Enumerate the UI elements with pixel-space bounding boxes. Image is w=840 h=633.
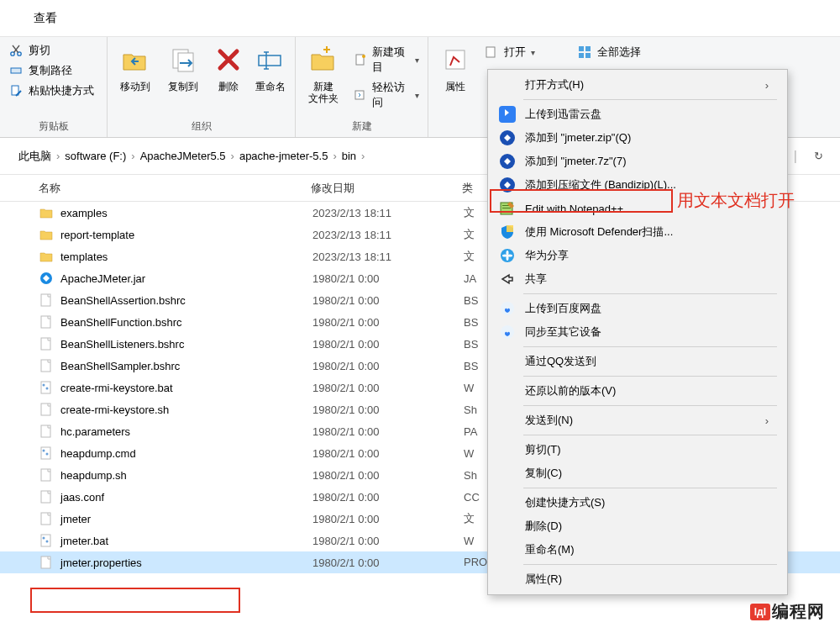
baidu-icon [498,323,517,341]
breadcrumb-item[interactable]: ApacheJMeter5.5 [140,150,226,162]
file-name: BeanShellFunction.bshrc [60,316,312,329]
blank-icon [498,411,517,430]
paste-shortcut-button[interactable]: 粘贴快捷方式 [7,82,96,99]
open-button[interactable]: 打开 ▾ [482,44,537,61]
cut-label: 剪切 [29,43,50,58]
ctx-item[interactable]: 还原以前的版本(V) [490,379,785,403]
open-icon [484,45,499,60]
tab-view[interactable]: 查看 [34,11,57,26]
easy-access-label: 轻松访问 [372,80,410,110]
ctx-item-label: 剪切(T) [525,442,769,457]
ctx-item[interactable]: 华为分享 [490,244,785,267]
breadcrumb-item[interactable]: software (F:) [65,150,126,162]
ctx-item[interactable]: 添加到 "jmeter.zip"(Q) [490,126,785,150]
properties-button[interactable]: 属性 [435,40,475,92]
file-icon [39,424,60,439]
notepad-icon [498,199,517,218]
col-name-header[interactable]: 名称 [0,181,311,196]
svg-rect-18 [585,46,591,51]
col-date-header[interactable]: 修改日期 [311,181,462,196]
ctx-item[interactable]: 添加到 "jmeter.7z"(7) [490,150,785,173]
file-icon [39,533,60,548]
copy-to-button[interactable]: 复制到 [162,40,203,92]
file-date: 1980/2/1 0:00 [312,360,464,372]
svg-rect-6 [259,55,281,66]
new-group-label: 新建 [302,116,421,134]
file-date: 1980/2/1 0:00 [312,272,464,285]
svg-rect-25 [41,360,50,372]
ctx-item[interactable]: 使用 Microsoft Defender扫描... [490,220,785,244]
open-label: 打开 [504,45,526,60]
ctx-item[interactable]: 上传到迅雷云盘 [490,103,785,126]
rename-button[interactable]: 重命名 [253,40,288,92]
file-name: report-template [60,229,312,241]
blank-icon [498,493,517,512]
ribbon-group-clipboard: 剪切 复制路径 粘贴快捷方式 剪贴板 [0,37,108,137]
svg-point-33 [46,453,49,456]
file-date: 2023/2/13 18:11 [312,229,464,241]
ctx-item-label: 共享 [525,272,769,287]
selection-highlight-box [30,588,240,613]
blank-icon [498,440,517,459]
ctx-item[interactable]: 删除(D) [490,514,785,538]
ctx-item-label: 属性(R) [525,572,769,587]
cut-button[interactable]: 剪切 [7,42,96,59]
paste-shortcut-label: 粘贴快捷方式 [29,83,94,98]
breadcrumb-item[interactable]: bin [342,150,356,162]
ctx-item-label: 删除(D) [525,519,769,534]
scissors-icon [8,43,24,58]
file-name: examples [60,207,312,219]
breadcrumb-item[interactable]: apache-jmeter-5.5 [239,150,328,162]
ctx-item-label: 还原以前的版本(V) [525,383,769,398]
file-name: heapdump.sh [60,469,312,482]
ctx-item[interactable]: 上传到百度网盘 [490,297,785,320]
ctx-item[interactable]: 同步至其它设备 [490,320,785,344]
clipboard-group-label: 剪贴板 [7,116,100,134]
ctx-item[interactable]: 复制(C) [490,462,785,485]
svg-rect-23 [41,316,50,328]
delete-button[interactable]: 删除 [211,40,246,92]
easy-access-button[interactable]: 轻松访问 ▾ [352,79,421,111]
ctx-item[interactable]: 共享 [490,267,785,291]
ctx-item[interactable]: 发送到(N)› [490,409,785,432]
copy-path-button[interactable]: 复制路径 [7,62,96,79]
ctx-item[interactable]: 属性(R) [490,567,785,591]
titlebar: 查看 [0,0,840,37]
ctx-separator [523,376,777,377]
ctx-item-label: 发送到(N) [525,413,757,428]
svg-rect-30 [41,425,50,437]
svg-rect-14 [355,91,364,99]
ctx-item[interactable]: 创建快捷方式(S) [490,491,785,514]
file-name: BeanShellSampler.bshrc [60,360,312,372]
file-icon [39,205,60,220]
properties-icon [439,44,471,76]
svg-rect-20 [585,53,591,58]
ctx-item-label: 添加到 "jmeter.7z"(7) [525,154,769,169]
rename-label: 重命名 [255,81,286,92]
select-all-button[interactable]: 全部选择 [575,44,643,61]
file-name: templates [60,251,312,263]
copy-to-icon [167,44,199,76]
new-item-button[interactable]: 新建项目 ▾ [352,44,421,76]
file-name: create-rmi-keystore.bat [60,382,312,394]
ctx-item[interactable]: 通过QQ发送到 [490,350,785,373]
file-date: 1980/2/1 0:00 [312,404,464,416]
move-to-button[interactable]: 移动到 [114,40,155,92]
file-date: 1980/2/1 0:00 [312,338,464,351]
chevron-right-icon: › [53,150,63,162]
ctx-item[interactable]: 剪切(T) [490,438,785,462]
file-icon [39,293,60,308]
ctx-item[interactable]: 重命名(M) [490,538,785,562]
chevron-right-icon: › [228,150,238,162]
ctx-open-with[interactable]: 打开方式(H) › [490,73,785,97]
refresh-icon[interactable]: ↻ [807,150,830,162]
svg-rect-16 [486,47,495,57]
new-folder-button[interactable]: 新建 文件夹 [302,40,345,105]
file-date: 1980/2/1 0:00 [312,469,464,482]
ctx-item-label: 复制(C) [525,466,769,481]
easy-access-icon [354,87,367,103]
file-icon [39,271,60,286]
file-date: 2023/2/13 18:11 [312,207,464,219]
file-name: jaas.conf [60,491,312,504]
breadcrumb-item[interactable]: 此电脑 [18,149,51,164]
